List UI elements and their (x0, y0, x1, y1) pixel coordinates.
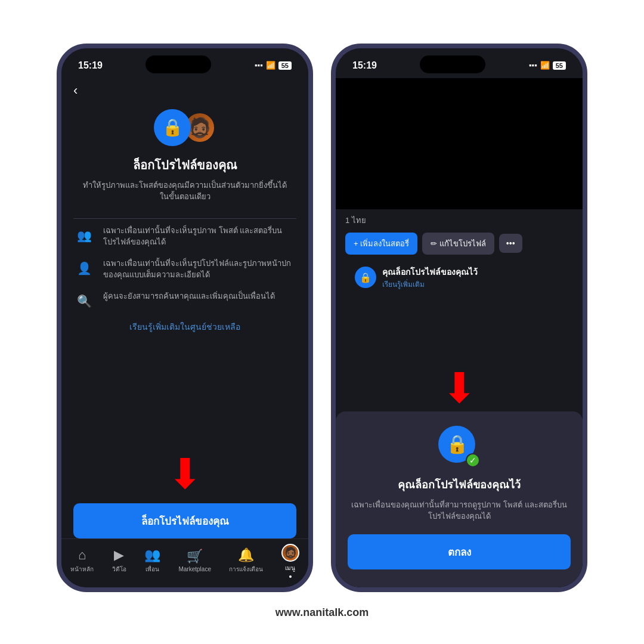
nav-friends-label: เพื่อน (145, 565, 159, 574)
wifi-icon-2: 📶 (540, 61, 550, 70)
nav-video[interactable]: ▶ วิดีโอ (112, 547, 126, 574)
locked-learn-link[interactable]: เรียนรู้เพิ่มเติม (382, 278, 478, 290)
add-story-button[interactable]: + เพิ่มลงในสตอรี่ (345, 233, 417, 255)
shield-avatar: 🔒 (154, 109, 191, 146)
nav-marketplace-label: Marketplace (178, 566, 210, 572)
bell-icon: 🔔 (238, 547, 254, 563)
bottom-nav-1: ⌂ หน้าหลัก ▶ วิดีโอ 👥 เพื่อน 🛒 Marketpla… (61, 538, 308, 587)
feature-3-text: ผู้คนจะยังสามารถค้นหาคุณและเพิ่มคุณเป็นเ… (103, 290, 296, 302)
time-ago: 1 ไทย (345, 214, 573, 227)
status-bar-1: 15:19 ▪▪▪ 📶 55 (61, 48, 308, 78)
nav-menu[interactable]: 🧔🏾 เมนู (281, 544, 299, 578)
success-modal: ⬇ 🔒 ✓ คุณล็อกโปรไฟล์ของคุณไว้ เฉพาะเพื่อ… (336, 411, 583, 587)
signal-icon-2: ▪▪▪ (529, 61, 537, 70)
more-options-button[interactable]: ••• (499, 234, 522, 253)
nav-friends[interactable]: 👥 เพื่อน (144, 547, 160, 574)
modal-desc: เฉพาะเพื่อนของคุณเท่านั้นที่สามารถดูรูปภ… (348, 499, 571, 522)
success-check-icon: ✓ (466, 453, 480, 467)
nav-notifications[interactable]: 🔔 การแจ้งเตือน (229, 547, 263, 574)
phone-1: 15:19 ▪▪▪ 📶 55 ‹ 🔒 🧔🏾 (57, 44, 313, 592)
status-icons-1: ▪▪▪ 📶 55 (255, 61, 292, 70)
lock-header: 🔒 🧔🏾 ล็อกโปรไฟล์ของคุณ ทำให้รูปภาพและโพส… (61, 103, 308, 212)
lock-profile-button[interactable]: ล็อกโปรไฟล์ของคุณ (73, 503, 296, 538)
home-icon: ⌂ (78, 547, 86, 563)
dynamic-island-2 (420, 55, 485, 73)
feature-2-text: เฉพาะเพื่อนเท่านั้นที่จะเห็นรูปโปรไฟล์แล… (103, 258, 296, 281)
back-button[interactable]: ‹ (61, 78, 308, 103)
profile-cover (336, 78, 583, 209)
time-1: 15:19 (78, 60, 103, 71)
avatar-stack: 🔒 🧔🏾 (154, 109, 216, 146)
edit-profile-button[interactable]: ✏ แก้ไขโปรไฟล์ (422, 233, 494, 255)
search-icon: 🔍 (73, 290, 95, 312)
ok-button[interactable]: ตกลง (348, 534, 571, 569)
battery-2: 55 (553, 61, 566, 70)
profile-icon: 👤 (73, 258, 95, 279)
locked-notice: 🔒 คุณล็อกโปรไฟล์ของคุณไว้ เรียนรู้เพิ่มเ… (345, 261, 573, 295)
lock-subtitle: ทำให้รูปภาพและโพสต์ของคุณมีความเป็นส่วนต… (79, 179, 290, 203)
feature-1: 👥 เฉพาะเพื่อนเท่านั้นที่จะเห็นรูปภาพ โพส… (73, 225, 296, 248)
signal-icon: ▪▪▪ (255, 61, 263, 70)
dynamic-island-1 (145, 55, 211, 73)
user-face: 🧔🏾 (188, 118, 212, 137)
battery-1: 55 (278, 61, 292, 70)
feature-3: 🔍 ผู้คนจะยังสามารถค้นหาคุณและเพิ่มคุณเป็… (73, 290, 296, 312)
locked-title: คุณล็อกโปรไฟล์ของคุณไว้ (382, 265, 478, 278)
feature-list: 👥 เฉพาะเพื่อนเท่านั้นที่จะเห็นรูปภาพ โพส… (61, 225, 308, 312)
screen1-content: ‹ 🔒 🧔🏾 ล็อกโปรไฟล์ของคุณ ทำให้รูปภาพและโ… (61, 78, 308, 587)
wifi-icon: 📶 (266, 61, 275, 70)
website-footer: www.nanitalk.com (275, 598, 369, 619)
action-buttons: + เพิ่มลงในสตอรี่ ✏ แก้ไขโปรไฟล์ ••• (345, 233, 573, 255)
time-2: 15:19 (352, 60, 377, 71)
nav-home-label: หน้าหลัก (70, 565, 94, 574)
lock-notice-icon: 🔒 (355, 267, 376, 288)
lock-title: ล็อกโปรไฟล์ของคุณ (133, 156, 237, 175)
status-bar-2: 15:19 ▪▪▪ 📶 55 (336, 48, 583, 78)
red-arrow-2: ⬇ (442, 364, 477, 413)
friends-nav-icon: 👥 (144, 547, 160, 563)
nav-marketplace[interactable]: 🛒 Marketplace (178, 549, 210, 572)
nav-menu-label: เมนู (285, 564, 295, 572)
feature-1-text: เฉพาะเพื่อนเท่านั้นที่จะเห็นรูปภาพ โพสต์… (103, 225, 296, 248)
modal-title: คุณล็อกโปรไฟล์ของคุณไว้ (398, 476, 521, 493)
menu-avatar: 🧔🏾 (281, 544, 299, 562)
friends-icon: 👥 (73, 225, 95, 246)
help-link[interactable]: เรียนรู้เพิ่มเติมในศูนย์ช่วยเหลือ (61, 312, 308, 342)
status-icons-2: ▪▪▪ 📶 55 (529, 61, 566, 70)
active-dot (289, 575, 292, 578)
screen2-middle: 1 ไทย + เพิ่มลงในสตอรี่ ✏ แก้ไขโปรไฟล์ •… (336, 209, 583, 299)
divider-1 (73, 218, 296, 219)
bottom-section-1: ⬇ ล็อกโปรไฟล์ของคุณ (61, 497, 308, 538)
phone-2: 15:19 ▪▪▪ 📶 55 1 ไทย + เพิ่มลงในสตอรี่ ✏… (331, 44, 587, 592)
success-icon-wrapper: 🔒 ✓ (438, 426, 480, 467)
video-icon: ▶ (114, 547, 124, 563)
nav-video-label: วิดีโอ (112, 565, 126, 574)
red-arrow-1: ⬇ (168, 450, 203, 499)
nav-home[interactable]: ⌂ หน้าหลัก (70, 547, 94, 574)
lock-notice-text: คุณล็อกโปรไฟล์ของคุณไว้ เรียนรู้เพิ่มเติ… (382, 265, 478, 290)
nav-notifications-label: การแจ้งเตือน (229, 565, 263, 574)
marketplace-icon: 🛒 (187, 549, 203, 564)
feature-2: 👤 เฉพาะเพื่อนเท่านั้นที่จะเห็นรูปโปรไฟล์… (73, 258, 296, 281)
